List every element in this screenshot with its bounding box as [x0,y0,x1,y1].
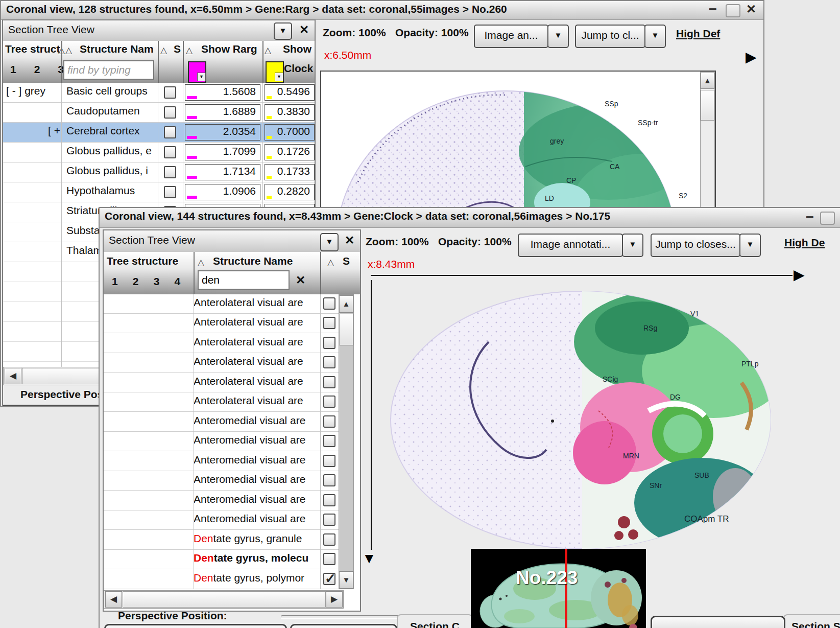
structure-name[interactable]: Hypothalamus [66,184,157,197]
table-row[interactable]: Anterolateral visual are [104,353,339,373]
scroll-thumb[interactable] [701,90,714,121]
structure-checkbox[interactable] [323,474,335,486]
col-tree-structure[interactable]: Tree struct [5,43,60,55]
col-show-clock-line2[interactable]: Clock [284,62,313,75]
sort-icon[interactable]: △ [265,45,271,56]
structure-checkbox[interactable] [323,396,335,408]
structure-name[interactable]: Anteromedial visual are [194,454,305,466]
find-structure-input[interactable] [198,270,290,290]
structure-checkbox[interactable] [323,415,335,428]
tree-level-numbers[interactable]: 1 2 3 4 [112,275,180,288]
structure-checkbox[interactable] [323,376,335,388]
maximize-icon[interactable] [820,212,835,225]
structure-checkbox[interactable] [164,126,176,138]
high-def-link[interactable]: High De [784,237,825,249]
sort-icon[interactable]: △ [198,257,204,268]
structure-name[interactable]: Caudoputamen [66,105,157,117]
col-s[interactable]: S [343,255,350,267]
tree-cell[interactable]: [ + [6,125,60,137]
bottom-section-bar[interactable]: Section S [783,614,840,628]
table-row[interactable]: Anterolateral visual are [104,392,339,412]
brain-section-image-clock[interactable]: V1 RSg PTLp DG SCig MRN SNr SUB COApm TR [384,283,788,557]
table-row[interactable]: Anteromedial visual are [104,452,339,471]
structure-name[interactable]: tate gyrus, polymor [213,572,305,584]
structure-checkbox[interactable] [164,166,176,178]
swatch-dropdown-icon[interactable]: ▼ [275,73,283,81]
v-scrollbar[interactable]: ▲ ▼ [339,294,354,589]
structure-name[interactable]: Globus pallidus, e [66,145,157,157]
structure-checkbox[interactable] [323,494,335,506]
table-row[interactable]: Dentate gyrus, polymor [104,570,339,589]
structure-name[interactable]: Anterolateral visual are [194,355,303,367]
structure-name[interactable]: Anterolateral visual are [194,394,303,406]
structure-checkbox[interactable] [323,533,335,546]
panel-titlebar[interactable]: Section Tree View ▼ ✕ [3,20,315,42]
minimize-icon[interactable]: – [709,0,717,16]
structure-checkbox[interactable] [323,435,335,447]
structure-checkbox-checked[interactable] [323,573,335,585]
col-show-rarg[interactable]: Show Rarg [201,43,257,55]
structure-name[interactable]: Anteromedial visual are [194,434,305,446]
structure-name[interactable]: Cerebral cortex [66,125,157,137]
table-row[interactable]: Caudoputamen 1.6889 0.3830 [3,103,315,123]
structure-name[interactable]: Anteromedial visual are [194,473,305,485]
structure-name[interactable]: tate gyrus, molecu [214,552,309,564]
structure-checkbox[interactable] [323,297,335,310]
close-icon[interactable]: ✕ [746,2,756,16]
scroll-left-icon[interactable]: ◀ [105,591,122,608]
table-row[interactable]: Anteromedial visual are [104,471,339,491]
table-row[interactable]: Anteromedial visual are [104,412,339,432]
structure-name[interactable]: Anterolateral visual are [194,296,303,308]
structure-name[interactable]: Globus pallidus, i [66,165,157,177]
structure-name[interactable]: Anteromedial visual are [194,493,305,505]
panel-close-icon[interactable]: ✕ [299,23,309,37]
axis-right-arrow-icon[interactable]: ▶ [794,268,805,282]
scroll-thumb[interactable] [339,314,353,345]
table-row[interactable]: Anterolateral visual are [104,334,339,353]
image-annotation-dropdown-icon[interactable]: ▼ [547,25,569,48]
table-row[interactable]: Dentate gyrus, granule [104,530,339,550]
table-row[interactable]: Anterolateral visual are [104,294,339,314]
perspective-button[interactable] [290,624,397,628]
axis-down-arrow-icon[interactable]: ▼ [362,551,376,566]
tree-cell[interactable]: [ - ] grey [6,85,60,97]
clear-search-icon[interactable]: ✕ [296,273,305,287]
image-annotation-button[interactable]: Image an... [474,25,548,48]
scroll-up-icon[interactable]: ▲ [339,295,353,313]
sort-icon[interactable]: △ [327,257,334,268]
brain-3d-overview[interactable]: No.223 [471,549,646,628]
structure-checkbox[interactable] [323,514,335,526]
scroll-down-icon[interactable]: ▼ [339,571,353,589]
table-row[interactable]: Dentate gyrus, molecu [104,550,339,569]
col-s[interactable]: S [174,43,181,55]
structure-checkbox[interactable] [323,553,335,565]
axis-right-arrow-icon[interactable]: ▶ [746,50,757,64]
table-row[interactable]: Anterolateral visual are [104,373,339,392]
col-structure-name[interactable]: Structure Nam [80,43,157,55]
structure-name[interactable]: Anterolateral visual are [194,375,303,387]
structure-name[interactable]: Anterolateral visual are [194,316,303,328]
panel-menu-button[interactable]: ▼ [274,22,292,40]
panel-titlebar[interactable]: Section Tree View ▼ ✕ [104,230,360,253]
structure-checkbox[interactable] [164,146,176,158]
structure-checkbox[interactable] [323,317,335,329]
maximize-icon[interactable] [726,4,740,17]
structure-name[interactable]: Anteromedial visual are [194,513,305,524]
sort-icon[interactable]: △ [65,45,72,56]
table-row[interactable]: Hypothalamus 1.0906 0.2820 [3,182,315,202]
panel-close-icon[interactable]: ✕ [345,234,354,247]
structure-checkbox[interactable] [164,186,176,198]
table-header[interactable]: Tree struct △ 1 2 3 △ Structure Nam △ S … [3,41,315,84]
panel-menu-button[interactable]: ▼ [320,233,339,251]
structure-name[interactable]: tate gyrus, granule [213,532,302,544]
bottom-section-bar[interactable]: Section C [397,614,473,628]
table-row[interactable]: Anterolateral visual are [104,314,339,333]
scroll-up-icon[interactable]: ▲ [701,73,714,89]
window2-titlebar[interactable]: Coronal view, 144 structures found, x=8.… [100,208,840,228]
jump-dropdown-icon[interactable]: ▼ [644,25,666,48]
swatch-dropdown-icon[interactable]: ▼ [197,73,206,81]
structure-checkbox[interactable] [323,356,335,368]
structure-name[interactable]: Basic cell groups [66,85,157,97]
find-structure-input[interactable] [63,60,154,80]
col-structure-name[interactable]: Structure Name [213,255,293,267]
